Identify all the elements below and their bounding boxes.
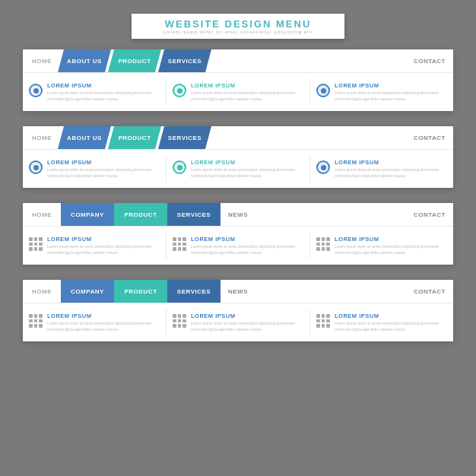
content-desc: Lorem ipsum dolor sit amet consectetur a… [191, 321, 303, 332]
nav-item-contact[interactable]: CONTACT [406, 203, 453, 226]
content-title: LOREM IPSUM [191, 236, 303, 243]
grid-icon [316, 237, 330, 251]
content-text: LOREM IPSUMLorem ipsum dolor sit amet co… [47, 159, 160, 179]
nav-item-contact[interactable]: CONTACT [406, 49, 453, 72]
content-col-2: LOREM IPSUMLorem ipsum dolor sit amet co… [167, 309, 310, 335]
content-text: LOREM IPSUMLorem ipsum dolor sit amet co… [335, 236, 447, 255]
circle-icon [173, 84, 186, 97]
content-text: LOREM IPSUMLorem ipsum dolor sit amet co… [191, 159, 303, 179]
nav-item-home[interactable]: HOME [23, 49, 61, 72]
content-desc: Lorem ipsum dolor sit amet consectetur a… [47, 167, 160, 179]
nav-card-1: HOMEABOUT USPRODUCTSERVICESCONTACTLOREM … [23, 49, 453, 111]
nav-bar-3: HOMECOMPANYPRODUCTSERVICESNEWSCONTACT [23, 203, 453, 226]
nav-content-4: LOREM IPSUMLorem ipsum dolor sit amet co… [23, 303, 453, 341]
nav-content-3: LOREM IPSUMLorem ipsum dolor sit amet co… [23, 226, 453, 265]
content-desc: Lorem ipsum dolor sit amet consectetur a… [47, 90, 160, 102]
content-col-3: LOREM IPSUMLorem ipsum dolor sit amet co… [310, 309, 453, 335]
content-text: LOREM IPSUMLorem ipsum dolor sit amet co… [191, 236, 303, 255]
content-desc: Lorem ipsum dolor sit amet consectetur a… [47, 244, 160, 255]
content-desc: Lorem ipsum dolor sit amet consectetur a… [47, 321, 160, 332]
nav-item-company[interactable]: COMPANY [61, 203, 114, 226]
content-col-1: LOREM IPSUMLorem ipsum dolor sit amet co… [23, 156, 167, 182]
nav-item-home[interactable]: HOME [23, 280, 61, 303]
content-title: LOREM IPSUM [47, 313, 160, 319]
content-desc: Lorem ipsum dolor sit amet consectetur a… [191, 167, 303, 179]
content-title: LOREM IPSUM [191, 313, 303, 319]
nav-item-news[interactable]: NEWS [221, 280, 255, 303]
content-text: LOREM IPSUMLorem ipsum dolor sit amet co… [191, 313, 303, 332]
nav-item-home[interactable]: HOME [23, 126, 61, 149]
content-col-3: LOREM IPSUMLorem ipsum dolor sit amet co… [310, 79, 453, 105]
content-desc: Lorem ipsum dolor sit amet consectetur a… [335, 167, 447, 179]
content-desc: Lorem ipsum dolor sit amet consectetur a… [335, 90, 447, 102]
content-title: LOREM IPSUM [335, 82, 447, 89]
content-col-1: LOREM IPSUMLorem ipsum dolor sit amet co… [23, 233, 167, 259]
content-text: LOREM IPSUMLorem ipsum dolor sit amet co… [191, 82, 303, 102]
nav-item-services[interactable]: SERVICES [167, 203, 221, 226]
circle-icon [29, 160, 43, 174]
nav-item-services[interactable]: SERVICES [158, 49, 211, 72]
content-text: LOREM IPSUMLorem ipsum dolor sit amet co… [335, 159, 447, 179]
main-title: WEBSITE DESIGN MENU [150, 18, 326, 30]
nav-item-services[interactable]: SERVICES [167, 280, 221, 303]
circle-icon [173, 160, 186, 174]
nav-item-about-us[interactable]: ABOUT US [58, 126, 111, 149]
content-text: LOREM IPSUMLorem ipsum dolor sit amet co… [335, 313, 447, 332]
grid-icon [173, 314, 186, 328]
content-desc: Lorem ipsum dolor sit amet consectetur a… [335, 244, 447, 255]
nav-item-contact[interactable]: CONTACT [406, 280, 453, 303]
title-banner: WEBSITE DESIGN MENU Lorem ipsum dolor si… [132, 14, 344, 39]
nav-bar-4: HOMECOMPANYPRODUCTSERVICESNEWSCONTACT [23, 280, 453, 303]
content-title: LOREM IPSUM [47, 236, 160, 243]
nav-item-product[interactable]: PRODUCT [108, 49, 161, 72]
content-col-2: LOREM IPSUMLorem ipsum dolor sit amet co… [167, 156, 310, 182]
content-title: LOREM IPSUM [47, 159, 160, 166]
content-desc: Lorem ipsum dolor sit amet consectetur a… [191, 244, 303, 255]
nav-card-3: HOMECOMPANYPRODUCTSERVICESNEWSCONTACTLOR… [23, 203, 453, 265]
content-text: LOREM IPSUMLorem ipsum dolor sit amet co… [335, 82, 447, 102]
content-title: LOREM IPSUM [191, 82, 303, 89]
nav-item-about-us[interactable]: ABOUT US [58, 49, 111, 72]
circle-icon [316, 160, 330, 174]
content-col-1: LOREM IPSUMLorem ipsum dolor sit amet co… [23, 79, 167, 105]
content-desc: Lorem ipsum dolor sit amet consectetur a… [335, 321, 447, 332]
content-text: LOREM IPSUMLorem ipsum dolor sit amet co… [47, 236, 160, 255]
content-desc: Lorem ipsum dolor sit amet consectetur a… [191, 90, 303, 102]
nav-content-2: LOREM IPSUMLorem ipsum dolor sit amet co… [23, 149, 453, 188]
content-col-3: LOREM IPSUMLorem ipsum dolor sit amet co… [310, 233, 453, 259]
content-title: LOREM IPSUM [335, 236, 447, 243]
nav-card-2: HOMEABOUT USPRODUCTSERVICESCONTACTLOREM … [23, 126, 453, 188]
nav-card-4: HOMECOMPANYPRODUCTSERVICESNEWSCONTACTLOR… [23, 280, 453, 341]
grid-icon [173, 237, 186, 251]
content-title: LOREM IPSUM [335, 159, 447, 166]
grid-icon [29, 314, 43, 328]
content-text: LOREM IPSUMLorem ipsum dolor sit amet co… [47, 313, 160, 332]
content-col-2: LOREM IPSUMLorem ipsum dolor sit amet co… [167, 79, 310, 105]
nav-item-product[interactable]: PRODUCT [114, 203, 167, 226]
grid-icon [316, 314, 330, 328]
content-col-2: LOREM IPSUMLorem ipsum dolor sit amet co… [167, 233, 310, 259]
content-col-3: LOREM IPSUMLorem ipsum dolor sit amet co… [310, 156, 453, 182]
nav-item-home[interactable]: HOME [23, 203, 61, 226]
content-col-1: LOREM IPSUMLorem ipsum dolor sit amet co… [23, 309, 167, 335]
circle-icon [29, 84, 43, 97]
content-text: LOREM IPSUMLorem ipsum dolor sit amet co… [47, 82, 160, 102]
nav-item-news[interactable]: NEWS [221, 203, 255, 226]
nav-item-contact[interactable]: CONTACT [406, 126, 453, 149]
subtitle: Lorem ipsum dolor sit amet consectetur a… [150, 30, 326, 34]
nav-bar-2: HOMEABOUT USPRODUCTSERVICESCONTACT [23, 126, 453, 149]
nav-item-product[interactable]: PRODUCT [108, 126, 161, 149]
nav-item-product[interactable]: PRODUCT [114, 280, 167, 303]
nav-content-1: LOREM IPSUMLorem ipsum dolor sit amet co… [23, 72, 453, 111]
content-title: LOREM IPSUM [47, 82, 160, 89]
content-title: LOREM IPSUM [191, 159, 303, 166]
nav-bar-1: HOMEABOUT USPRODUCTSERVICESCONTACT [23, 49, 453, 72]
nav-item-company[interactable]: COMPANY [61, 280, 114, 303]
content-title: LOREM IPSUM [335, 313, 447, 319]
circle-icon [316, 84, 330, 97]
grid-icon [29, 237, 43, 251]
nav-item-services[interactable]: SERVICES [158, 126, 211, 149]
